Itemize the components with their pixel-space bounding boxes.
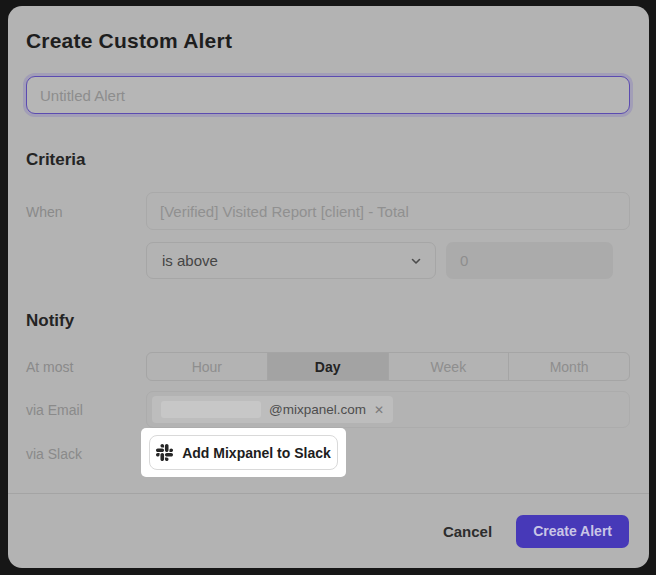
email-chip-remove-icon[interactable]: ✕ (374, 404, 384, 416)
metric-value: [Verified] Visited Report [client] - Tot… (160, 203, 409, 220)
threshold-input[interactable]: 0 (446, 242, 613, 279)
via-slack-label: via Slack (26, 446, 82, 462)
alert-name-input[interactable]: Untitled Alert (26, 76, 630, 114)
frequency-option-day[interactable]: Day (267, 353, 388, 380)
modal-footer: Cancel Create Alert (8, 493, 649, 568)
frequency-option-week[interactable]: Week (388, 353, 509, 380)
create-alert-button[interactable]: Create Alert (516, 515, 629, 548)
frequency-option-hour[interactable]: Hour (147, 353, 267, 380)
email-chip-domain: @mixpanel.com (269, 402, 366, 417)
operator-value: is above (162, 252, 218, 269)
dimmed-page-overlay: Create Custom Alert Untitled Alert Crite… (0, 0, 656, 575)
slack-button-label: Add Mixpanel to Slack (182, 445, 331, 461)
tutorial-spotlight: Add Mixpanel to Slack (141, 428, 346, 477)
email-recipients-input[interactable]: @mixpanel.com ✕ (146, 391, 630, 428)
email-chip: @mixpanel.com ✕ (152, 396, 393, 423)
slack-logo-icon (156, 444, 173, 461)
criteria-heading: Criteria (26, 150, 86, 170)
notify-heading: Notify (26, 311, 74, 331)
via-email-label: via Email (26, 402, 83, 418)
add-mixpanel-to-slack-button[interactable]: Add Mixpanel to Slack (149, 435, 338, 470)
create-custom-alert-modal: Create Custom Alert Untitled Alert Crite… (8, 6, 649, 568)
when-label: When (26, 204, 63, 220)
operator-dropdown[interactable]: is above (146, 242, 436, 279)
at-most-label: At most (26, 359, 73, 375)
cancel-button[interactable]: Cancel (443, 523, 492, 540)
chevron-down-icon (410, 255, 422, 267)
metric-input[interactable]: [Verified] Visited Report [client] - Tot… (146, 192, 630, 230)
threshold-value: 0 (460, 252, 468, 269)
alert-name-placeholder: Untitled Alert (40, 87, 125, 104)
frequency-segmented-control: Hour Day Week Month (146, 352, 630, 381)
frequency-option-month[interactable]: Month (508, 353, 629, 380)
modal-title: Create Custom Alert (26, 29, 232, 53)
email-chip-redacted-name (161, 401, 261, 418)
